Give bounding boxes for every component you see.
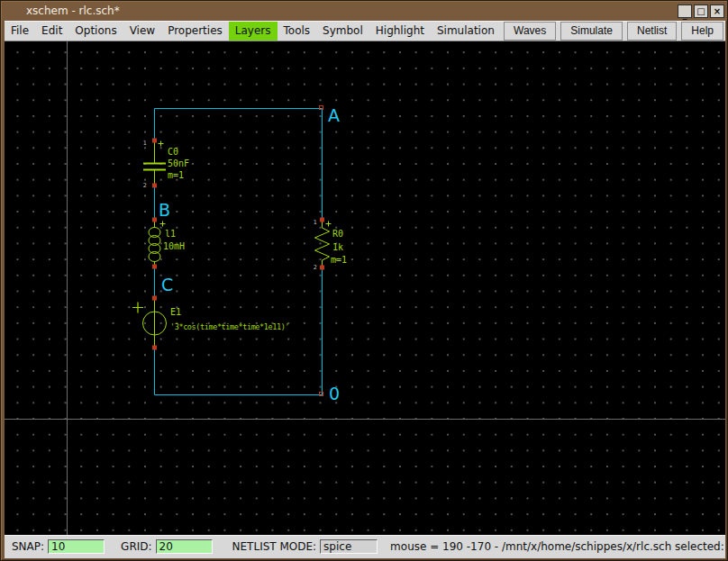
menu-edit[interactable]: Edit <box>35 22 68 41</box>
net-label-a[interactable]: A <box>328 105 340 125</box>
source-plus-icon <box>132 303 143 313</box>
source-value: '3*cos(time*time*time*1e11)' <box>170 322 289 331</box>
resistor-pin1-number: 1 <box>314 219 317 226</box>
maximize-icon[interactable]: □ <box>694 5 708 18</box>
netlist-mode-label: NETLIST MODE: <box>232 540 317 553</box>
resistor-plus-icon <box>326 222 332 227</box>
waves-button[interactable]: Waves <box>504 22 556 41</box>
menu-tools[interactable]: Tools <box>278 22 317 41</box>
inductor-plus-icon <box>160 222 166 227</box>
xschem-window: xschem - rlc.sch* _ □ × File Edit Option… <box>0 0 728 561</box>
inductor-ref: l1 <box>165 229 176 239</box>
capacitor-mult: m=1 <box>168 170 184 180</box>
wires[interactable] <box>155 109 323 395</box>
source-pin2-square <box>152 346 157 350</box>
netlist-button[interactable]: Netlist <box>627 22 677 41</box>
window-controls: _ □ × <box>678 5 724 18</box>
snap-label: SNAP: <box>12 540 44 553</box>
simulate-button[interactable]: Simulate <box>560 22 623 41</box>
component-capacitor[interactable]: 1 2 C0 50nF m=1 <box>143 139 189 190</box>
resistor-pin2-number: 2 <box>314 264 317 271</box>
capacitor-value: 50nF <box>168 158 189 168</box>
menu-layers[interactable]: Layers <box>229 22 278 41</box>
capacitor-pin2-square <box>152 184 157 188</box>
mouse-coordinates-text: mouse = 190 -170 - /mnt/x/home/schippes/… <box>390 540 728 553</box>
component-inductor[interactable]: l1 10mH <box>149 218 185 269</box>
net-label-c[interactable]: C <box>161 275 173 294</box>
capacitor-pin2-number: 2 <box>143 182 147 189</box>
schematic-canvas[interactable]: 1 2 C0 50nF m=1 l1 10mH <box>5 41 725 535</box>
status-bar: SNAP: GRID: NETLIST MODE: mouse = 190 -1… <box>5 535 725 558</box>
netlist-mode-input[interactable] <box>320 539 378 554</box>
net-labels: A B C 0 <box>159 105 340 403</box>
source-pin1-square <box>152 296 157 301</box>
inductor-coil <box>149 228 160 262</box>
resistor-pin1-square <box>320 218 324 222</box>
menu-simulation[interactable]: Simulation <box>431 22 501 41</box>
minimize-icon[interactable]: _ <box>678 5 692 18</box>
menu-options[interactable]: Options <box>68 22 123 41</box>
menu-view[interactable]: View <box>123 22 161 41</box>
inductor-pin1-square <box>152 218 157 222</box>
menu-bar: File Edit Options View Properties Layers… <box>5 21 725 41</box>
capacitor-plus-icon <box>159 141 164 147</box>
menu-file[interactable]: File <box>5 22 35 41</box>
source-ref: E1 <box>170 307 181 317</box>
capacitor-pin1-square <box>152 139 157 143</box>
resistor-value: 1k <box>332 242 343 252</box>
window-title: xschem - rlc.sch* <box>26 5 120 17</box>
menu-highlight[interactable]: Highlight <box>369 22 431 41</box>
resistor-mult: m=1 <box>331 255 347 265</box>
grid-label: GRID: <box>121 540 151 553</box>
inductor-value: 10mH <box>163 241 185 251</box>
net-label-b[interactable]: B <box>159 200 170 220</box>
grid-input[interactable] <box>156 539 213 554</box>
capacitor-ref: C0 <box>168 147 178 157</box>
resistor-zigzag <box>315 228 330 260</box>
help-button[interactable]: Help <box>681 22 723 41</box>
component-source[interactable]: E1 '3*cos(time*time*time*1e11)' <box>132 296 289 350</box>
schematic-drawing: 1 2 C0 50nF m=1 l1 10mH <box>5 41 725 535</box>
title-bar[interactable]: xschem - rlc.sch* _ □ × <box>2 2 728 21</box>
resistor-ref: R0 <box>332 229 343 239</box>
component-resistor[interactable]: 1 2 R0 1k m=1 <box>314 218 347 272</box>
menu-symbol[interactable]: Symbol <box>316 22 369 41</box>
resistor-pin2-square <box>320 266 324 270</box>
close-icon[interactable]: × <box>710 5 724 18</box>
net-label-gnd[interactable]: 0 <box>329 384 340 403</box>
snap-input[interactable] <box>48 539 105 554</box>
menu-properties[interactable]: Properties <box>161 22 229 41</box>
inductor-pin2-square <box>152 265 157 269</box>
capacitor-pin1-number: 1 <box>143 140 147 147</box>
